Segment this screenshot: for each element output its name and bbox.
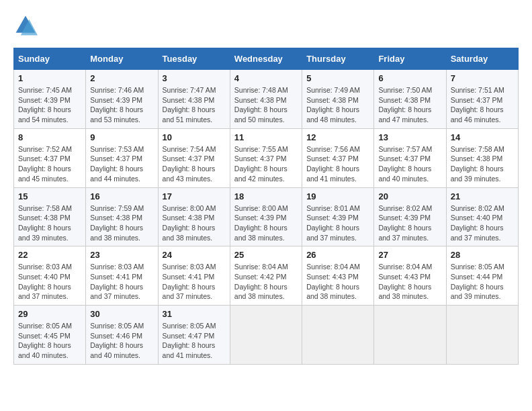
- day-info: Sunrise: 8:04 AMSunset: 4:43 PMDaylight:…: [378, 262, 441, 302]
- day-header-wednesday: Wednesday: [230, 48, 302, 70]
- day-info: Sunrise: 8:03 AMSunset: 4:41 PMDaylight:…: [163, 262, 226, 302]
- day-info: Sunrise: 7:55 AMSunset: 4:37 PMDaylight:…: [234, 144, 298, 184]
- calendar-header-row: SundayMondayTuesdayWednesdayThursdayFrid…: [14, 48, 519, 70]
- day-info: Sunrise: 7:48 AMSunset: 4:38 PMDaylight:…: [234, 85, 298, 125]
- day-number: 19: [306, 191, 369, 201]
- calendar-week-row: 15Sunrise: 7:58 AMSunset: 4:38 PMDayligh…: [14, 187, 519, 246]
- calendar-cell: 29Sunrise: 8:05 AMSunset: 4:45 PMDayligh…: [14, 306, 86, 365]
- calendar-cell: 30Sunrise: 8:05 AMSunset: 4:46 PMDayligh…: [86, 306, 158, 365]
- day-number: 29: [18, 309, 81, 319]
- calendar-cell: 6Sunrise: 7:50 AMSunset: 4:38 PMDaylight…: [374, 70, 446, 129]
- day-number: 4: [234, 73, 298, 83]
- day-header-thursday: Thursday: [302, 48, 374, 70]
- day-info: Sunrise: 7:47 AMSunset: 4:38 PMDaylight:…: [163, 85, 226, 125]
- day-number: 25: [234, 250, 298, 260]
- calendar-cell: 24Sunrise: 8:03 AMSunset: 4:41 PMDayligh…: [158, 246, 230, 306]
- calendar-cell: 15Sunrise: 7:58 AMSunset: 4:38 PMDayligh…: [14, 187, 86, 246]
- calendar-cell: [374, 306, 446, 365]
- day-number: 16: [90, 191, 153, 201]
- day-info: Sunrise: 7:46 AMSunset: 4:39 PMDaylight:…: [90, 85, 153, 125]
- day-number: 12: [306, 132, 369, 142]
- day-info: Sunrise: 7:58 AMSunset: 4:38 PMDaylight:…: [18, 203, 81, 243]
- day-header-friday: Friday: [374, 48, 446, 70]
- calendar-week-row: 8Sunrise: 7:52 AMSunset: 4:37 PMDaylight…: [14, 128, 519, 187]
- day-info: Sunrise: 7:51 AMSunset: 4:37 PMDaylight:…: [451, 85, 514, 125]
- day-header-saturday: Saturday: [446, 48, 518, 70]
- day-info: Sunrise: 8:03 AMSunset: 4:40 PMDaylight:…: [18, 262, 81, 302]
- calendar-week-row: 22Sunrise: 8:03 AMSunset: 4:40 PMDayligh…: [14, 246, 519, 306]
- calendar-table: SundayMondayTuesdayWednesdayThursdayFrid…: [13, 48, 519, 365]
- calendar-cell: 9Sunrise: 7:53 AMSunset: 4:37 PMDaylight…: [86, 128, 158, 187]
- calendar-cell: 26Sunrise: 8:04 AMSunset: 4:43 PMDayligh…: [302, 246, 374, 306]
- calendar-cell: 31Sunrise: 8:05 AMSunset: 4:47 PMDayligh…: [158, 306, 230, 365]
- day-number: 3: [163, 73, 226, 83]
- calendar-cell: 8Sunrise: 7:52 AMSunset: 4:37 PMDaylight…: [14, 128, 86, 187]
- calendar-cell: 11Sunrise: 7:55 AMSunset: 4:37 PMDayligh…: [230, 128, 302, 187]
- day-info: Sunrise: 7:49 AMSunset: 4:38 PMDaylight:…: [306, 85, 369, 125]
- day-header-tuesday: Tuesday: [158, 48, 230, 70]
- calendar-cell: 20Sunrise: 8:02 AMSunset: 4:39 PMDayligh…: [374, 187, 446, 246]
- day-number: 30: [90, 309, 153, 319]
- page-header: [13, 13, 519, 38]
- day-number: 28: [451, 250, 514, 260]
- day-number: 13: [378, 132, 441, 142]
- calendar-cell: 19Sunrise: 8:01 AMSunset: 4:39 PMDayligh…: [302, 187, 374, 246]
- calendar-cell: [302, 306, 374, 365]
- day-info: Sunrise: 7:50 AMSunset: 4:38 PMDaylight:…: [378, 85, 441, 125]
- day-info: Sunrise: 8:05 AMSunset: 4:44 PMDaylight:…: [451, 262, 514, 302]
- calendar-cell: 7Sunrise: 7:51 AMSunset: 4:37 PMDaylight…: [446, 70, 518, 129]
- day-info: Sunrise: 8:01 AMSunset: 4:39 PMDaylight:…: [306, 203, 369, 243]
- day-number: 1: [18, 73, 81, 83]
- day-info: Sunrise: 8:02 AMSunset: 4:39 PMDaylight:…: [378, 203, 441, 243]
- day-number: 24: [163, 250, 226, 260]
- calendar-cell: 4Sunrise: 7:48 AMSunset: 4:38 PMDaylight…: [230, 70, 302, 129]
- calendar-cell: 2Sunrise: 7:46 AMSunset: 4:39 PMDaylight…: [86, 70, 158, 129]
- logo-icon: [13, 13, 38, 38]
- day-number: 18: [234, 191, 298, 201]
- calendar-cell: 17Sunrise: 8:00 AMSunset: 4:38 PMDayligh…: [158, 187, 230, 246]
- calendar-cell: 12Sunrise: 7:56 AMSunset: 4:37 PMDayligh…: [302, 128, 374, 187]
- calendar-cell: 25Sunrise: 8:04 AMSunset: 4:42 PMDayligh…: [230, 246, 302, 306]
- day-info: Sunrise: 7:45 AMSunset: 4:39 PMDaylight:…: [18, 85, 81, 125]
- day-number: 7: [451, 73, 514, 83]
- calendar-cell: 14Sunrise: 7:58 AMSunset: 4:38 PMDayligh…: [446, 128, 518, 187]
- calendar-cell: 1Sunrise: 7:45 AMSunset: 4:39 PMDaylight…: [14, 70, 86, 129]
- calendar-cell: 13Sunrise: 7:57 AMSunset: 4:37 PMDayligh…: [374, 128, 446, 187]
- day-header-sunday: Sunday: [14, 48, 86, 70]
- day-number: 2: [90, 73, 153, 83]
- day-number: 20: [378, 191, 441, 201]
- calendar-cell: 10Sunrise: 7:54 AMSunset: 4:37 PMDayligh…: [158, 128, 230, 187]
- calendar-cell: [230, 306, 302, 365]
- day-number: 6: [378, 73, 441, 83]
- day-info: Sunrise: 8:02 AMSunset: 4:40 PMDaylight:…: [451, 203, 514, 243]
- day-number: 17: [163, 191, 226, 201]
- calendar-cell: 23Sunrise: 8:03 AMSunset: 4:41 PMDayligh…: [86, 246, 158, 306]
- day-info: Sunrise: 8:04 AMSunset: 4:42 PMDaylight:…: [234, 262, 298, 302]
- day-info: Sunrise: 7:56 AMSunset: 4:37 PMDaylight:…: [306, 144, 369, 184]
- day-number: 10: [163, 132, 226, 142]
- calendar-cell: 16Sunrise: 7:59 AMSunset: 4:38 PMDayligh…: [86, 187, 158, 246]
- calendar-week-row: 1Sunrise: 7:45 AMSunset: 4:39 PMDaylight…: [14, 70, 519, 129]
- day-number: 5: [306, 73, 369, 83]
- calendar-cell: [446, 306, 518, 365]
- day-number: 26: [306, 250, 369, 260]
- day-info: Sunrise: 7:53 AMSunset: 4:37 PMDaylight:…: [90, 144, 153, 184]
- day-number: 22: [18, 250, 81, 260]
- calendar-cell: 21Sunrise: 8:02 AMSunset: 4:40 PMDayligh…: [446, 187, 518, 246]
- day-info: Sunrise: 8:00 AMSunset: 4:39 PMDaylight:…: [234, 203, 298, 243]
- day-header-monday: Monday: [86, 48, 158, 70]
- day-info: Sunrise: 8:05 AMSunset: 4:46 PMDaylight:…: [90, 321, 153, 361]
- day-number: 14: [451, 132, 514, 142]
- day-number: 8: [18, 132, 81, 142]
- day-number: 9: [90, 132, 153, 142]
- day-info: Sunrise: 7:57 AMSunset: 4:37 PMDaylight:…: [378, 144, 441, 184]
- calendar-week-row: 29Sunrise: 8:05 AMSunset: 4:45 PMDayligh…: [14, 306, 519, 365]
- calendar-cell: 5Sunrise: 7:49 AMSunset: 4:38 PMDaylight…: [302, 70, 374, 129]
- day-number: 27: [378, 250, 441, 260]
- calendar-cell: 28Sunrise: 8:05 AMSunset: 4:44 PMDayligh…: [446, 246, 518, 306]
- calendar-cell: 3Sunrise: 7:47 AMSunset: 4:38 PMDaylight…: [158, 70, 230, 129]
- logo: [13, 13, 42, 38]
- calendar-cell: 22Sunrise: 8:03 AMSunset: 4:40 PMDayligh…: [14, 246, 86, 306]
- day-info: Sunrise: 7:59 AMSunset: 4:38 PMDaylight:…: [90, 203, 153, 243]
- day-number: 15: [18, 191, 81, 201]
